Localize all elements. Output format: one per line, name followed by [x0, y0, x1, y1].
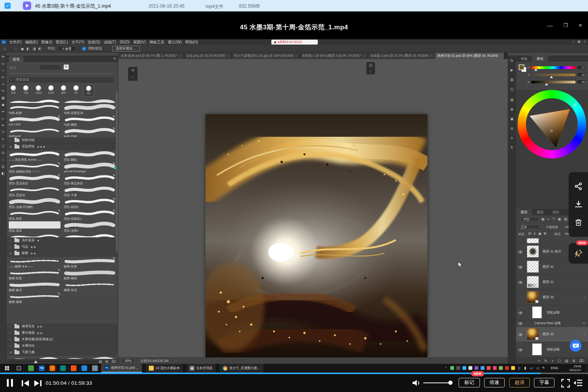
task-view-icon[interactable]	[17, 366, 21, 370]
layer-row[interactable]: 智能滤镜 ◔ ≡	[516, 305, 588, 320]
previous-button[interactable]	[21, 380, 30, 387]
dock-icon[interactable]: ⊡	[369, 62, 372, 69]
file-name[interactable]: 45 水墨3期-第十周-金箔示范_1.mp4	[35, 3, 111, 10]
tool-icon[interactable]: ◉	[2, 103, 5, 107]
floating-toolbar[interactable]: ⊡ ↕	[367, 62, 375, 74]
tab-close-icon[interactable]: ×	[363, 54, 365, 58]
tool-icon[interactable]: ◧	[2, 171, 5, 175]
panel-tab[interactable]: 图层	[516, 209, 532, 215]
chat-bubble-button[interactable]	[570, 340, 582, 352]
visibility-toggle[interactable]	[518, 310, 524, 315]
panel-icon[interactable]: fx	[510, 59, 513, 62]
brush-preset[interactable]: 300	[8, 85, 19, 97]
fullscreen-icon[interactable]	[561, 379, 570, 388]
panel-icon[interactable]: ▶	[511, 68, 513, 72]
brush-item[interactable]: ✎ 皴擦-杂点	[62, 280, 117, 292]
layer-thumbnail[interactable]	[527, 245, 539, 258]
panel-icon[interactable]: A	[511, 136, 513, 140]
visibility-toggle[interactable]	[518, 264, 524, 270]
file-list-row[interactable]: ✓ 45 水墨3期-第十周-金箔示范_1.mp4 2021-06-16 20:4…	[0, 0, 588, 11]
tab-close-icon[interactable]: ×	[180, 54, 182, 58]
layer-filter-icon[interactable]: ▦	[541, 217, 545, 222]
layer-thumbnail[interactable]	[527, 238, 539, 243]
menu-item[interactable]: 窗口(W)	[168, 40, 182, 45]
tool-icon[interactable]: ↖	[2, 137, 5, 141]
brush-preset[interactable]: 90	[71, 85, 81, 97]
panel-icon[interactable]: ▤	[510, 98, 514, 102]
panel-icon[interactable]: ◎	[510, 126, 513, 130]
taskbar-task[interactable]: Ps 祇神示范-01.psd …	[101, 364, 142, 373]
brush-folder[interactable]: › 水墨笔蘸(鼠标直接点)	[6, 336, 118, 343]
brush-search-input[interactable]: 搜索画笔	[9, 77, 114, 83]
brushes-panel-tab[interactable]: 画笔	[9, 56, 24, 62]
color-marker[interactable]	[550, 130, 553, 132]
brush-item[interactable]: ✎ 勾线-提按且润	[62, 103, 117, 115]
panel-icon[interactable]: ⓘ	[510, 87, 514, 92]
tray-icon[interactable]: ▯	[517, 366, 521, 370]
brush-item[interactable]: ✎ yancai-shuangxi	[62, 162, 117, 173]
slider-thumb[interactable]	[550, 76, 553, 78]
selection-mode-icon[interactable]: ◼	[21, 47, 24, 51]
slider-track[interactable]	[531, 66, 575, 69]
brush-item[interactable]: ✎ ——渲染用笔 ★★★——	[7, 150, 62, 162]
hsb-slider-row[interactable]: H 37 °	[528, 65, 585, 71]
brush-item[interactable]: ✎ ——皴擦 ★★——	[7, 257, 62, 268]
app-icon[interactable]: 3	[49, 365, 55, 371]
hue-marker[interactable]	[574, 104, 576, 106]
brush-folder[interactable]: › 清水泼染 ★	[6, 237, 118, 244]
visibility-toggle[interactable]	[518, 280, 524, 285]
hsb-slider-row[interactable]: B 35 %	[528, 79, 585, 85]
brush-preset[interactable]: 1100	[46, 85, 56, 97]
slider-thumb[interactable]	[545, 83, 548, 85]
slider-value[interactable]: 37	[577, 65, 586, 70]
tray-icon[interactable]	[456, 366, 460, 370]
panel-icon[interactable]: ¶	[511, 146, 513, 149]
resize-icon[interactable]: ↕	[370, 69, 372, 75]
brush-item[interactable]: ✎ 皴擦-焦墨	[62, 257, 117, 268]
status-chevron-icon[interactable]: ›	[175, 358, 177, 362]
panel-icon[interactable]: ▣	[510, 117, 514, 121]
tray-icon[interactable]	[450, 366, 454, 370]
tool-icon[interactable]: ▭	[2, 62, 5, 66]
tray-icon[interactable]	[487, 366, 491, 370]
slider-track[interactable]	[531, 81, 575, 83]
brush-item[interactable]: ✎ 渲染-淡墨(可画树)	[7, 197, 62, 209]
lock-icon[interactable]: ✛	[533, 232, 536, 235]
brush-item[interactable]: ✎ 勾线-颤笔	[62, 115, 117, 126]
menu-item[interactable]: 帮助(H)	[185, 40, 198, 45]
tool-icon[interactable]: ✏	[2, 110, 5, 114]
color-wheel[interactable]	[518, 90, 586, 158]
brush-edit-icon[interactable]: ✎	[64, 64, 69, 70]
share-icon[interactable]	[574, 182, 583, 190]
app-icon[interactable]	[71, 365, 76, 371]
selection-mode-icon[interactable]: ◨	[32, 47, 36, 51]
transform-icon[interactable]: ✛	[131, 67, 134, 74]
brush-preset[interactable]: 60	[83, 85, 94, 97]
panel-action-icon[interactable]: ⌦	[112, 360, 116, 363]
brush-item[interactable]: ✎ 渲染-柔边杂染	[7, 174, 62, 185]
menu-item[interactable]: 选择(S)	[88, 40, 100, 45]
brush-size-value[interactable]	[40, 65, 61, 70]
brush-folder[interactable]: ∨ 渲染用笔 ★★★	[6, 144, 118, 150]
floating-toolbar[interactable]: ✛ ↔	[128, 67, 137, 81]
tool-icon[interactable]: ✎	[2, 89, 5, 93]
checkbox-checked[interactable]: ✓	[5, 3, 11, 9]
filter-options-icon[interactable]: ≡	[583, 322, 585, 325]
visibility-toggle[interactable]	[518, 238, 524, 243]
selection-mode-icon[interactable]: ◧	[26, 47, 30, 51]
brush-item[interactable]: ✎ 皴擦-皴点	[7, 280, 62, 292]
menu-item[interactable]: 图层(L)	[56, 40, 68, 45]
tool-icon[interactable]: ⊙	[2, 151, 5, 155]
brush-item[interactable]: ✎ 渲染-淡墨1	[62, 221, 117, 232]
app-icon[interactable]	[92, 365, 98, 371]
menu-item[interactable]: 文件(F)	[9, 40, 22, 45]
hsb-slider-row[interactable]: S 46 %	[528, 72, 585, 78]
tray-icon[interactable]	[468, 366, 472, 370]
volume-slider[interactable]	[423, 382, 451, 383]
scrollbar[interactable]	[116, 92, 118, 252]
brush-item[interactable]: ✎ 皴擦-枯笔	[7, 269, 62, 280]
brush-preset[interactable]: 800	[58, 85, 69, 97]
volume-icon[interactable]	[412, 379, 421, 387]
menu-item[interactable]: 编辑(E)	[25, 40, 38, 45]
artwork-canvas[interactable]	[206, 114, 427, 357]
